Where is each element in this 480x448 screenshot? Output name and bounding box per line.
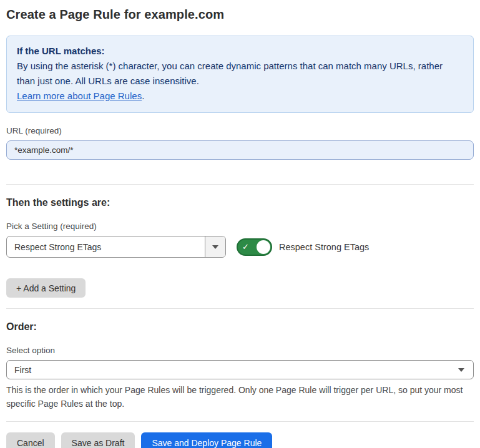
info-callout-link-line: Learn more about Page Rules.	[17, 89, 463, 104]
save-as-draft-button[interactable]: Save as Draft	[61, 432, 135, 448]
toggle-knob	[257, 240, 270, 254]
add-setting-button[interactable]: + Add a Setting	[6, 278, 86, 298]
learn-more-link[interactable]: Learn more about Page Rules	[17, 90, 142, 101]
url-input[interactable]	[6, 140, 474, 160]
setting-dropdown-arrow-segment[interactable]	[205, 236, 225, 257]
divider	[6, 308, 474, 309]
page-title: Create a Page Rule for example.com	[6, 6, 474, 22]
order-select-label: Select option	[6, 346, 474, 355]
url-match-info-callout: If the URL matches: By using the asteris…	[6, 36, 474, 113]
chevron-down-icon	[458, 368, 464, 372]
check-icon: ✓	[242, 242, 249, 252]
form-actions: Cancel Save as Draft Save and Deploy Pag…	[6, 432, 474, 448]
url-field-label: URL (required)	[6, 126, 474, 135]
order-select-value: First	[14, 365, 31, 375]
settings-section-heading: Then the settings are:	[6, 197, 474, 208]
setting-dropdown[interactable]: Respect Strong ETags	[6, 236, 226, 258]
divider	[6, 184, 474, 185]
save-and-deploy-button[interactable]: Save and Deploy Page Rule	[141, 432, 272, 448]
order-help-text: This is the order in which your Page Rul…	[6, 383, 471, 411]
toggle-label: Respect Strong ETags	[279, 242, 369, 252]
divider	[6, 421, 474, 422]
setting-dropdown-value: Respect Strong ETags	[7, 236, 205, 257]
order-select[interactable]: First	[6, 360, 474, 379]
pick-setting-label: Pick a Setting (required)	[6, 222, 474, 231]
info-callout-body: By using the asterisk (*) character, you…	[17, 59, 463, 89]
setting-row: Respect Strong ETags ✓ Respect Strong ET…	[6, 236, 474, 258]
respect-strong-etags-toggle[interactable]: ✓	[237, 238, 272, 256]
order-section-heading: Order:	[6, 321, 474, 333]
link-period: .	[142, 90, 144, 101]
chevron-down-icon	[212, 245, 218, 249]
info-callout-heading: If the URL matches:	[17, 44, 463, 59]
create-page-rule-form: Create a Page Rule for example.com If th…	[0, 0, 480, 448]
cancel-button[interactable]: Cancel	[6, 432, 55, 448]
